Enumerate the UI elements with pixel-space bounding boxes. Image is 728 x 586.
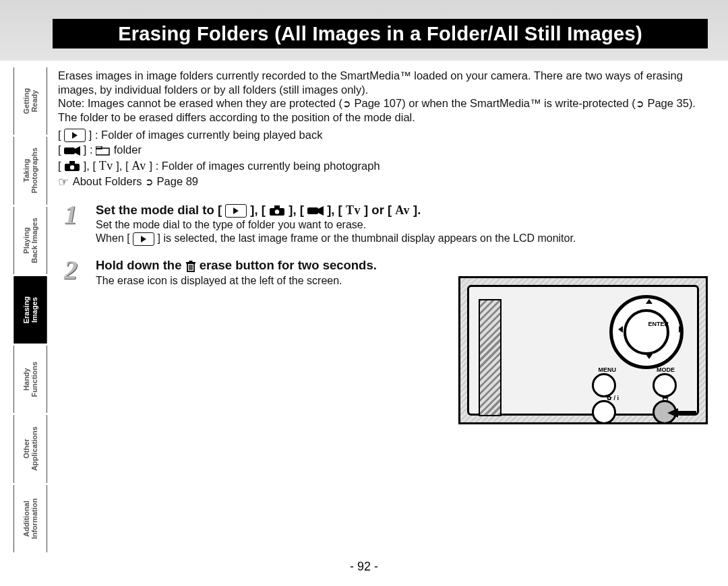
tab-other-applications[interactable]: OtherApplications xyxy=(13,415,47,482)
folder-small-icon xyxy=(96,146,111,156)
svg-rect-0 xyxy=(64,148,75,154)
see-icon: ➲ xyxy=(145,175,154,189)
svg-marker-1 xyxy=(75,146,80,156)
camera-icon xyxy=(64,161,80,172)
menu-label: MENU xyxy=(599,366,617,373)
tab-handy-functions[interactable]: HandyFunctions xyxy=(13,346,47,413)
page-number: - 92 - xyxy=(0,560,728,574)
camera-icon xyxy=(269,205,285,216)
see-icon: ➲ xyxy=(636,98,644,110)
enter-label: ENTER xyxy=(648,321,669,327)
camera-body: ENTER MENU MODE ✿ / i xyxy=(467,285,699,416)
mode-line-play: [ ] : Folder of images currently being p… xyxy=(58,127,705,143)
step-2-heading: Hold down the erase button for two secon… xyxy=(96,258,435,273)
section-tabs: GettingReady TakingPhotographs PlayingBa… xyxy=(13,67,46,552)
step-number-1: 1 xyxy=(58,203,84,227)
tab-erasing-images[interactable]: ErasingImages xyxy=(13,276,47,344)
camera-illustration: ENTER MENU MODE ✿ / i xyxy=(458,276,708,424)
mode-line-camera: [ ], [ Tv ], [ Av ] : Folder of images c… xyxy=(58,158,705,174)
see-icon: ➲ xyxy=(342,98,351,110)
trash-icon xyxy=(185,259,196,273)
intro-para-1: Erases images in image folders currently… xyxy=(58,69,705,96)
tab-getting-ready[interactable]: GettingReady xyxy=(13,67,47,135)
pointer-arrow-icon xyxy=(667,407,698,419)
step-number-2: 2 xyxy=(58,258,84,282)
svg-marker-11 xyxy=(318,206,324,216)
flower-info-button xyxy=(592,400,616,424)
about-folders-line: ☞ About Folders ➲ Page 89 xyxy=(58,174,705,191)
menu-button xyxy=(592,373,616,397)
mode-label: MODE xyxy=(657,366,675,373)
movie-icon xyxy=(64,145,80,156)
step-1: 1 Set the mode dial to [ ], [ ], [ ], [ … xyxy=(58,203,705,246)
tab-additional-information[interactable]: AdditionalInformation xyxy=(13,485,47,552)
svg-rect-8 xyxy=(274,205,280,209)
dial-left-icon xyxy=(618,326,623,333)
page-content: Erases images in image folders currently… xyxy=(58,69,705,287)
mode-line-movie: [ ] : folder xyxy=(58,142,705,157)
svg-rect-3 xyxy=(96,146,102,149)
play-icon xyxy=(64,129,86,142)
dial-right-icon xyxy=(679,326,684,333)
mode-list: [ ] : Folder of images currently being p… xyxy=(58,127,705,191)
tab-taking-photographs[interactable]: TakingPhotographs xyxy=(13,137,47,204)
camera-grip xyxy=(479,299,502,416)
intro-para-3: The folder to be erased differs accordin… xyxy=(58,110,705,125)
intro-note: Note: Images cannot be erased when they … xyxy=(58,96,705,110)
pointer-icon: ☞ xyxy=(58,174,69,190)
step-2-sub: The erase icon is displayed at the left … xyxy=(96,275,435,287)
svg-rect-5 xyxy=(69,161,75,164)
step-1-sub-2: When [ ] is selected, the last image fra… xyxy=(96,232,705,246)
step-1-heading: Set the mode dial to [ ], [ ], [ ], [ Tv… xyxy=(96,203,705,218)
page-title: Erasing Folders (All Images in a Folder/… xyxy=(53,19,708,48)
mode-button xyxy=(653,373,677,397)
tab-playing-back-images[interactable]: PlayingBack Images xyxy=(13,207,47,274)
tv-mode: Tv xyxy=(99,159,113,172)
page-title-bar: Erasing Folders (All Images in a Folder/… xyxy=(53,19,708,48)
dial-down-icon xyxy=(646,354,653,359)
step-2: 2 Hold down the erase button for two sec… xyxy=(58,258,435,287)
svg-point-9 xyxy=(275,209,279,214)
svg-rect-14 xyxy=(189,261,192,262)
dial-up-icon xyxy=(646,299,653,304)
av-mode: Av xyxy=(131,159,146,172)
step-1-sub-1: Set the mode dial to the type of folder … xyxy=(96,219,705,231)
svg-rect-20 xyxy=(664,396,666,397)
svg-rect-19 xyxy=(663,397,669,399)
svg-rect-13 xyxy=(186,262,195,263)
svg-rect-10 xyxy=(307,207,318,214)
play-icon xyxy=(133,232,154,246)
movie-icon xyxy=(307,205,324,216)
svg-point-6 xyxy=(70,165,74,169)
play-icon xyxy=(225,204,247,218)
